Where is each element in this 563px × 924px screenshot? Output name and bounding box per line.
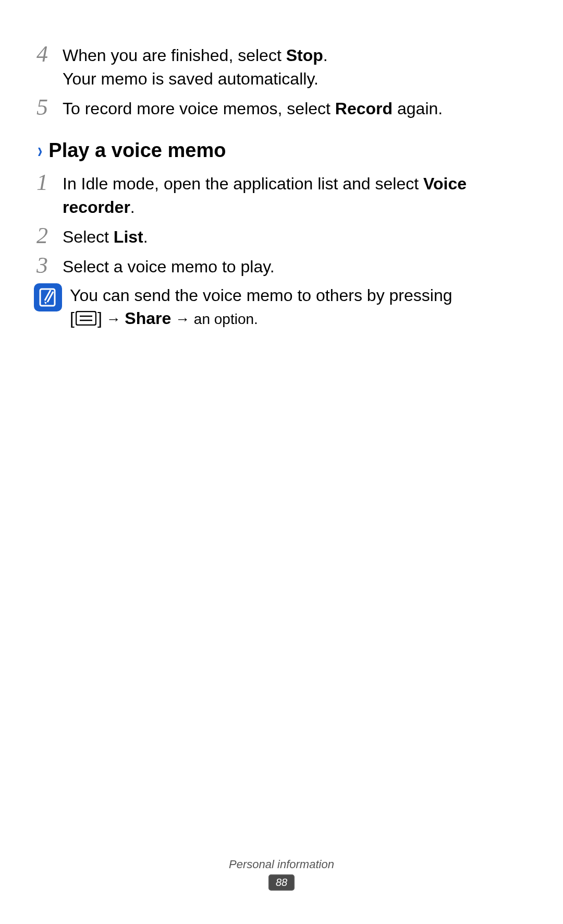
step-body: When you are finished, select Stop. Your… — [63, 42, 527, 91]
share-label: Share — [125, 309, 171, 328]
svg-rect-4 — [76, 311, 96, 325]
chevron-icon: › — [38, 136, 42, 165]
step-5: 5 To record more voice memos, select Rec… — [36, 95, 527, 121]
step-text: When you are finished, select — [63, 46, 286, 65]
step-body: In Idle mode, open the application list … — [63, 170, 527, 219]
step-text: Your memo is saved automatically. — [63, 69, 319, 88]
step-bold: Stop — [286, 46, 323, 65]
step-number: 4 — [36, 42, 63, 67]
menu-icon — [76, 308, 96, 332]
page-footer: Personal information 88 — [0, 858, 563, 891]
step-2: 2 Select List. — [36, 223, 527, 249]
step-bold: List — [114, 227, 143, 246]
section-heading: › Play a voice memo — [36, 136, 527, 165]
heading-text: Play a voice memo — [48, 137, 226, 164]
note-body: You can send the voice memo to others by… — [70, 283, 527, 332]
note-tail: → an option. — [171, 311, 258, 327]
arrow-icon: → — [102, 311, 125, 327]
step-body: Select List. — [63, 223, 527, 249]
note-block: You can send the voice memo to others by… — [36, 283, 527, 332]
step-number: 5 — [36, 95, 63, 120]
bracket: ] — [97, 309, 102, 328]
bracket: [ — [70, 309, 75, 328]
step-text: To record more voice memos, select — [63, 99, 335, 118]
step-text: . — [323, 46, 328, 65]
step-text: . — [143, 227, 148, 246]
step-number: 3 — [36, 253, 63, 278]
step-body: Select a voice memo to play. — [63, 253, 527, 279]
page-content: 4 When you are finished, select Stop. Yo… — [36, 42, 527, 331]
step-4: 4 When you are finished, select Stop. Yo… — [36, 42, 527, 91]
svg-rect-0 — [34, 283, 62, 311]
step-bold: Record — [335, 99, 393, 118]
step-3: 3 Select a voice memo to play. — [36, 253, 527, 279]
step-text: Select — [63, 227, 114, 246]
step-number: 1 — [36, 170, 63, 195]
step-text: . — [130, 198, 135, 217]
step-body: To record more voice memos, select Recor… — [63, 95, 527, 121]
step-number: 2 — [36, 223, 63, 248]
step-text: again. — [393, 99, 443, 118]
step-text: Select a voice memo to play. — [63, 257, 275, 276]
step-1: 1 In Idle mode, open the application lis… — [36, 170, 527, 219]
page-number: 88 — [268, 874, 295, 891]
note-text: You can send the voice memo to others by… — [70, 286, 452, 305]
footer-label: Personal information — [0, 858, 563, 871]
step-text: In Idle mode, open the application list … — [63, 174, 423, 193]
note-icon — [33, 283, 63, 312]
